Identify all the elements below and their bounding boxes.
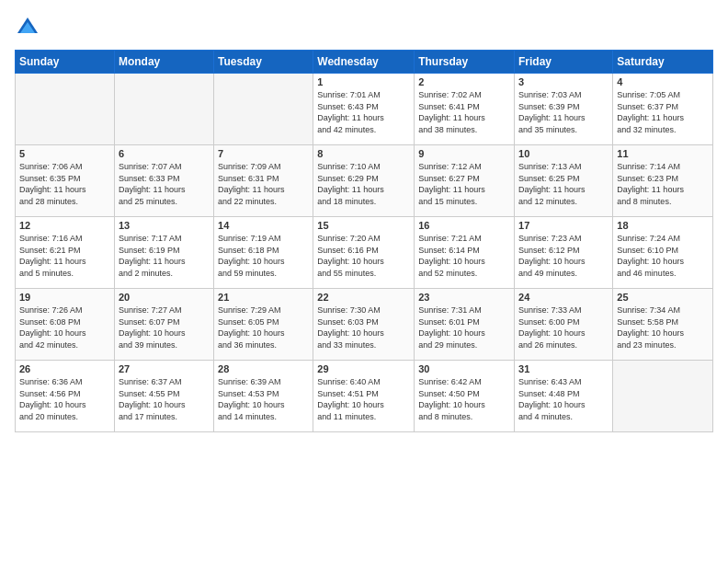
calendar-cell: 5Sunrise: 7:06 AM Sunset: 6:35 PM Daylig… bbox=[16, 145, 115, 217]
cell-text: Sunrise: 7:34 AM Sunset: 5:58 PM Dayligh… bbox=[617, 304, 709, 350]
cell-text: Sunrise: 7:17 AM Sunset: 6:19 PM Dayligh… bbox=[119, 233, 210, 279]
page: SundayMondayTuesdayWednesdayThursdayFrid… bbox=[0, 0, 728, 563]
calendar-cell: 7Sunrise: 7:09 AM Sunset: 6:31 PM Daylig… bbox=[214, 145, 313, 217]
day-number: 21 bbox=[218, 292, 309, 303]
day-number: 20 bbox=[119, 292, 210, 303]
calendar-cell: 20Sunrise: 7:27 AM Sunset: 6:07 PM Dayli… bbox=[114, 289, 213, 361]
day-number: 3 bbox=[518, 76, 609, 87]
day-header-friday: Friday bbox=[515, 51, 613, 74]
calendar-cell: 18Sunrise: 7:24 AM Sunset: 6:10 PM Dayli… bbox=[613, 217, 713, 289]
calendar-cell: 12Sunrise: 7:16 AM Sunset: 6:21 PM Dayli… bbox=[16, 217, 115, 289]
cell-text: Sunrise: 7:03 AM Sunset: 6:39 PM Dayligh… bbox=[518, 89, 609, 135]
day-number: 16 bbox=[418, 220, 510, 231]
cell-text: Sunrise: 7:27 AM Sunset: 6:07 PM Dayligh… bbox=[119, 304, 210, 350]
calendar-cell bbox=[613, 361, 713, 432]
calendar-cell: 23Sunrise: 7:31 AM Sunset: 6:01 PM Dayli… bbox=[415, 289, 515, 361]
day-header-tuesday: Tuesday bbox=[214, 51, 313, 74]
day-header-sunday: Sunday bbox=[16, 51, 115, 74]
day-number: 8 bbox=[317, 148, 410, 159]
calendar-cell: 9Sunrise: 7:12 AM Sunset: 6:27 PM Daylig… bbox=[415, 145, 515, 217]
cell-text: Sunrise: 7:30 AM Sunset: 6:03 PM Dayligh… bbox=[317, 304, 410, 350]
calendar-week-4: 19Sunrise: 7:26 AM Sunset: 6:08 PM Dayli… bbox=[16, 289, 713, 361]
cell-text: Sunrise: 7:19 AM Sunset: 6:18 PM Dayligh… bbox=[218, 233, 309, 279]
cell-text: Sunrise: 7:16 AM Sunset: 6:21 PM Dayligh… bbox=[19, 233, 110, 279]
cell-text: Sunrise: 7:06 AM Sunset: 6:35 PM Dayligh… bbox=[19, 161, 110, 207]
calendar-cell: 15Sunrise: 7:20 AM Sunset: 6:16 PM Dayli… bbox=[313, 217, 415, 289]
day-number: 28 bbox=[218, 363, 309, 374]
cell-text: Sunrise: 6:36 AM Sunset: 4:56 PM Dayligh… bbox=[19, 376, 110, 422]
logo bbox=[15, 15, 44, 40]
calendar-cell: 11Sunrise: 7:14 AM Sunset: 6:23 PM Dayli… bbox=[613, 145, 713, 217]
day-number: 17 bbox=[518, 220, 609, 231]
day-number: 26 bbox=[19, 363, 110, 374]
day-number: 24 bbox=[518, 292, 609, 303]
cell-text: Sunrise: 7:10 AM Sunset: 6:29 PM Dayligh… bbox=[317, 161, 410, 207]
calendar: SundayMondayTuesdayWednesdayThursdayFrid… bbox=[15, 50, 713, 432]
calendar-cell bbox=[214, 74, 313, 145]
day-number: 31 bbox=[518, 363, 609, 374]
day-number: 18 bbox=[617, 220, 709, 231]
day-number: 22 bbox=[317, 292, 410, 303]
cell-text: Sunrise: 6:37 AM Sunset: 4:55 PM Dayligh… bbox=[119, 376, 210, 422]
calendar-cell: 10Sunrise: 7:13 AM Sunset: 6:25 PM Dayli… bbox=[515, 145, 613, 217]
calendar-cell: 29Sunrise: 6:40 AM Sunset: 4:51 PM Dayli… bbox=[313, 361, 415, 432]
cell-text: Sunrise: 7:12 AM Sunset: 6:27 PM Dayligh… bbox=[418, 161, 510, 207]
calendar-cell: 27Sunrise: 6:37 AM Sunset: 4:55 PM Dayli… bbox=[114, 361, 213, 432]
cell-text: Sunrise: 7:24 AM Sunset: 6:10 PM Dayligh… bbox=[617, 233, 709, 279]
cell-text: Sunrise: 7:01 AM Sunset: 6:43 PM Dayligh… bbox=[317, 89, 410, 135]
cell-text: Sunrise: 7:23 AM Sunset: 6:12 PM Dayligh… bbox=[518, 233, 609, 279]
cell-text: Sunrise: 7:21 AM Sunset: 6:14 PM Dayligh… bbox=[418, 233, 510, 279]
day-number: 15 bbox=[317, 220, 410, 231]
day-number: 11 bbox=[617, 148, 709, 159]
day-number: 29 bbox=[317, 363, 410, 374]
calendar-cell bbox=[16, 74, 115, 145]
day-number: 2 bbox=[418, 76, 510, 87]
calendar-cell: 8Sunrise: 7:10 AM Sunset: 6:29 PM Daylig… bbox=[313, 145, 415, 217]
cell-text: Sunrise: 7:29 AM Sunset: 6:05 PM Dayligh… bbox=[218, 304, 309, 350]
calendar-cell: 19Sunrise: 7:26 AM Sunset: 6:08 PM Dayli… bbox=[16, 289, 115, 361]
calendar-cell: 26Sunrise: 6:36 AM Sunset: 4:56 PM Dayli… bbox=[16, 361, 115, 432]
day-number: 9 bbox=[418, 148, 510, 159]
calendar-cell: 14Sunrise: 7:19 AM Sunset: 6:18 PM Dayli… bbox=[214, 217, 313, 289]
day-number: 14 bbox=[218, 220, 309, 231]
day-header-wednesday: Wednesday bbox=[313, 51, 415, 74]
calendar-cell: 6Sunrise: 7:07 AM Sunset: 6:33 PM Daylig… bbox=[114, 145, 213, 217]
day-number: 1 bbox=[317, 76, 410, 87]
calendar-header-row: SundayMondayTuesdayWednesdayThursdayFrid… bbox=[16, 51, 713, 74]
calendar-cell: 1Sunrise: 7:01 AM Sunset: 6:43 PM Daylig… bbox=[313, 74, 415, 145]
calendar-cell: 21Sunrise: 7:29 AM Sunset: 6:05 PM Dayli… bbox=[214, 289, 313, 361]
cell-text: Sunrise: 7:14 AM Sunset: 6:23 PM Dayligh… bbox=[617, 161, 709, 207]
calendar-cell: 28Sunrise: 6:39 AM Sunset: 4:53 PM Dayli… bbox=[214, 361, 313, 432]
day-number: 7 bbox=[218, 148, 309, 159]
cell-text: Sunrise: 7:09 AM Sunset: 6:31 PM Dayligh… bbox=[218, 161, 309, 207]
day-number: 19 bbox=[19, 292, 110, 303]
cell-text: Sunrise: 6:40 AM Sunset: 4:51 PM Dayligh… bbox=[317, 376, 410, 422]
calendar-cell: 16Sunrise: 7:21 AM Sunset: 6:14 PM Dayli… bbox=[415, 217, 515, 289]
day-header-thursday: Thursday bbox=[415, 51, 515, 74]
calendar-cell: 24Sunrise: 7:33 AM Sunset: 6:00 PM Dayli… bbox=[515, 289, 613, 361]
cell-text: Sunrise: 6:43 AM Sunset: 4:48 PM Dayligh… bbox=[518, 376, 609, 422]
day-number: 5 bbox=[19, 148, 110, 159]
day-number: 6 bbox=[119, 148, 210, 159]
day-header-saturday: Saturday bbox=[613, 51, 713, 74]
day-header-monday: Monday bbox=[114, 51, 213, 74]
logo-icon bbox=[15, 15, 40, 40]
day-number: 23 bbox=[418, 292, 510, 303]
calendar-cell: 13Sunrise: 7:17 AM Sunset: 6:19 PM Dayli… bbox=[114, 217, 213, 289]
calendar-cell: 2Sunrise: 7:02 AM Sunset: 6:41 PM Daylig… bbox=[415, 74, 515, 145]
header bbox=[15, 15, 713, 40]
cell-text: Sunrise: 7:13 AM Sunset: 6:25 PM Dayligh… bbox=[518, 161, 609, 207]
day-number: 4 bbox=[617, 76, 709, 87]
calendar-week-5: 26Sunrise: 6:36 AM Sunset: 4:56 PM Dayli… bbox=[16, 361, 713, 432]
cell-text: Sunrise: 7:05 AM Sunset: 6:37 PM Dayligh… bbox=[617, 89, 709, 135]
cell-text: Sunrise: 6:39 AM Sunset: 4:53 PM Dayligh… bbox=[218, 376, 309, 422]
calendar-week-2: 5Sunrise: 7:06 AM Sunset: 6:35 PM Daylig… bbox=[16, 145, 713, 217]
day-number: 13 bbox=[119, 220, 210, 231]
calendar-cell: 17Sunrise: 7:23 AM Sunset: 6:12 PM Dayli… bbox=[515, 217, 613, 289]
day-number: 27 bbox=[119, 363, 210, 374]
calendar-cell: 25Sunrise: 7:34 AM Sunset: 5:58 PM Dayli… bbox=[613, 289, 713, 361]
calendar-cell: 3Sunrise: 7:03 AM Sunset: 6:39 PM Daylig… bbox=[515, 74, 613, 145]
cell-text: Sunrise: 6:42 AM Sunset: 4:50 PM Dayligh… bbox=[418, 376, 510, 422]
calendar-cell: 30Sunrise: 6:42 AM Sunset: 4:50 PM Dayli… bbox=[415, 361, 515, 432]
cell-text: Sunrise: 7:02 AM Sunset: 6:41 PM Dayligh… bbox=[418, 89, 510, 135]
